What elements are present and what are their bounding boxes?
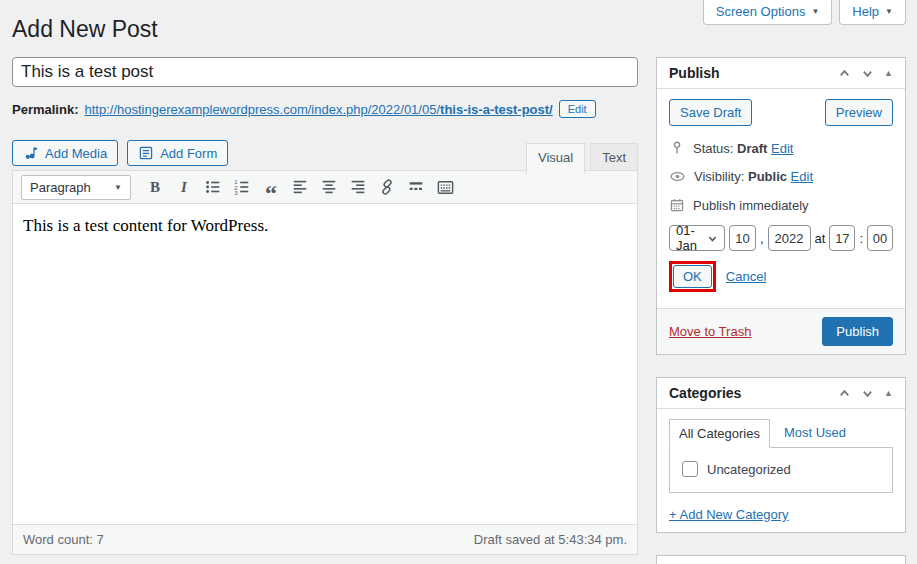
publish-panel: Publish ▲ Save Draft Preview Status: (656, 57, 906, 355)
publish-panel-header[interactable]: Publish ▲ (657, 58, 905, 89)
align-right-button[interactable] (345, 175, 371, 199)
chevron-down-icon (707, 233, 718, 244)
permalink-url[interactable]: http://hostingerexamplewordpress.com/ind… (84, 102, 552, 117)
bulleted-list-button[interactable] (200, 175, 226, 199)
permalink: Permalink: http://hostingerexamplewordpr… (12, 100, 638, 118)
calendar-icon (669, 197, 685, 213)
italic-button[interactable]: I (171, 175, 197, 199)
status-value: Draft (737, 141, 767, 156)
publish-button[interactable]: Publish (822, 317, 893, 346)
eye-icon (669, 168, 686, 185)
annotation-highlight-box: OK (669, 261, 716, 292)
uncategorized-checkbox[interactable] (682, 461, 698, 477)
move-up-icon[interactable] (838, 387, 851, 400)
svg-text:3: 3 (234, 190, 237, 196)
move-up-icon[interactable] (838, 67, 851, 80)
move-to-trash-link[interactable]: Move to Trash (669, 324, 751, 339)
paragraph-format-select[interactable]: Paragraph ▼ (21, 175, 131, 200)
screen-meta-links: Screen Options ▼ Help ▼ (703, 0, 906, 25)
editor-mode-tabs: Visual Text (526, 143, 638, 173)
categories-panel: Categories ▲ All Categories Most Used Un… (656, 377, 906, 533)
numbered-list-button[interactable]: 123 (229, 175, 255, 199)
tab-text[interactable]: Text (590, 143, 638, 173)
tab-visual[interactable]: Visual (526, 143, 585, 174)
word-count: Word count: 7 (23, 532, 104, 547)
visibility-value: Public (748, 169, 787, 184)
align-center-button[interactable] (316, 175, 342, 199)
permalink-edit-button[interactable]: Edit (559, 100, 596, 118)
visibility-row: Visibility: Public Edit (669, 168, 893, 185)
word-count-value: 7 (96, 532, 103, 547)
list-item: Uncategorized (682, 461, 880, 477)
blockquote-button[interactable]: “ (258, 175, 284, 199)
help-label: Help (852, 4, 879, 19)
add-media-label: Add Media (45, 146, 107, 161)
tags-panel-header[interactable]: Tags ▲ (657, 556, 905, 564)
schedule-label: Publish immediately (693, 198, 809, 213)
add-form-label: Add Form (160, 146, 217, 161)
tab-most-used[interactable]: Most Used (784, 425, 846, 448)
sidebar: Publish ▲ Save Draft Preview Status: (656, 57, 906, 564)
screen-options-button[interactable]: Screen Options ▼ (703, 0, 833, 25)
media-row: Add Media Add Form Visual Text (12, 140, 638, 170)
post-body-text: This is a test content for WordPress. (23, 216, 627, 236)
tags-panel: Tags ▲ (656, 555, 906, 564)
main-column: Add New Post Permalink: http://hostinger… (12, 15, 638, 555)
schedule-date-row: 01-Jan , at : (669, 225, 893, 251)
chevron-down-icon: ▼ (114, 183, 122, 192)
move-down-icon[interactable] (861, 67, 874, 80)
editor-statusbar: Word count: 7 Draft saved at 5:43:34 pm. (13, 524, 637, 554)
cancel-link[interactable]: Cancel (726, 269, 766, 284)
categories-panel-title: Categories (669, 385, 741, 401)
collapse-toggle-icon[interactable]: ▲ (884, 68, 893, 78)
help-button[interactable]: Help ▼ (839, 0, 906, 25)
category-label: Uncategorized (707, 462, 791, 477)
add-new-category-link[interactable]: + Add New Category (669, 507, 789, 522)
chevron-down-icon: ▼ (885, 7, 893, 16)
add-media-button[interactable]: Add Media (12, 140, 118, 166)
ok-cancel-row: OK Cancel (669, 261, 893, 292)
save-draft-button[interactable]: Save Draft (669, 99, 752, 126)
year-input[interactable] (768, 225, 811, 251)
day-input[interactable] (729, 225, 756, 251)
minute-input[interactable] (867, 225, 893, 251)
link-button[interactable] (374, 175, 400, 199)
month-select[interactable]: 01-Jan (669, 225, 725, 251)
publish-panel-body: Save Draft Preview Status: Draft Edit (657, 89, 905, 308)
status-edit-link[interactable]: Edit (771, 141, 793, 156)
chevron-down-icon: ▼ (811, 7, 819, 16)
draft-saved-status: Draft saved at 5:43:34 pm. (474, 532, 627, 547)
collapse-toggle-icon[interactable]: ▲ (884, 388, 893, 398)
bold-button[interactable]: B (142, 175, 168, 199)
paragraph-select-value: Paragraph (30, 180, 91, 195)
schedule-row: Publish immediately (669, 197, 893, 213)
visibility-edit-link[interactable]: Edit (791, 169, 813, 184)
publish-panel-title: Publish (669, 65, 720, 81)
media-icon (23, 145, 39, 161)
category-tabs: All Categories Most Used (669, 419, 893, 448)
screen-options-label: Screen Options (716, 4, 806, 19)
align-left-button[interactable] (287, 175, 313, 199)
preview-button[interactable]: Preview (825, 99, 893, 126)
more-tag-button[interactable] (403, 175, 429, 199)
category-checklist: Uncategorized (669, 447, 893, 493)
hour-input[interactable] (829, 225, 855, 251)
ok-button[interactable]: OK (673, 265, 712, 288)
publish-panel-footer: Move to Trash Publish (657, 308, 905, 354)
move-down-icon[interactable] (861, 387, 874, 400)
add-form-button[interactable]: Add Form (127, 140, 228, 166)
categories-panel-header[interactable]: Categories ▲ (657, 378, 905, 409)
editor-toolbar: Paragraph ▼ B I 123 “ (13, 171, 637, 204)
page-title: Add New Post (12, 15, 638, 44)
post-title-input[interactable] (12, 57, 638, 87)
editor-content-area[interactable]: This is a test content for WordPress. (13, 204, 637, 524)
pin-icon (669, 140, 685, 156)
tab-all-categories[interactable]: All Categories (669, 419, 770, 448)
form-icon (138, 145, 154, 161)
status-row: Status: Draft Edit (669, 140, 893, 156)
permalink-label: Permalink: (12, 102, 78, 117)
editor: Paragraph ▼ B I 123 “ (12, 170, 638, 555)
toolbar-toggle-button[interactable] (432, 175, 458, 199)
month-select-value: 01-Jan (676, 223, 699, 253)
categories-panel-body: All Categories Most Used Uncategorized +… (657, 409, 905, 532)
